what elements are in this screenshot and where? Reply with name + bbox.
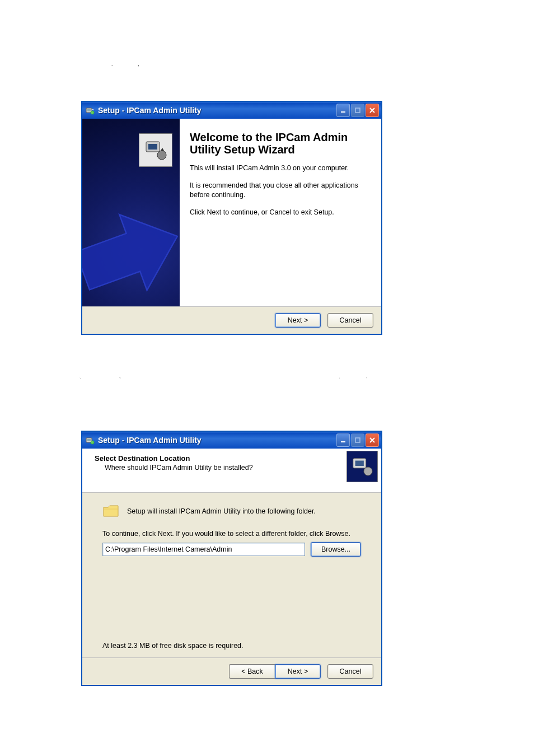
wizard-welcome-pane: Welcome to the IPCam Admin Utility Setup… (180, 119, 381, 306)
browse-button[interactable]: Browse... (311, 542, 361, 557)
destination-path-input[interactable] (102, 543, 305, 556)
step2-caption: 2. You can specify the destination folde… (78, 372, 448, 391)
window-title: Setup - IPCam Admin Utility (98, 106, 336, 115)
cancel-button[interactable]: Cancel (327, 664, 373, 679)
step2-number: 2. (78, 372, 86, 381)
step1-number: 1. (78, 58, 86, 68)
titlebar[interactable]: Setup - IPCam Admin Utility (82, 102, 381, 119)
next-button[interactable]: Next > (275, 664, 321, 679)
minimize-button[interactable] (336, 104, 350, 117)
wizard-header: Select Destination Location Where should… (82, 449, 381, 493)
step2-text: You can specify the destination folder o… (78, 372, 444, 391)
svg-rect-11 (355, 438, 360, 442)
continue-line-text: To continue, click Next. If you would li… (102, 530, 361, 538)
svg-rect-8 (87, 439, 91, 441)
wizard-content: Setup will install IPCam Admin Utility i… (82, 493, 381, 657)
titlebar[interactable]: Setup - IPCam Admin Utility (82, 432, 381, 449)
svg-point-9 (91, 441, 94, 444)
window-title: Setup - IPCam Admin Utility (98, 436, 336, 445)
folder-line-text: Setup will install IPCam Admin Utility i… (127, 507, 316, 515)
wizard-footer: < Back Next > Cancel (82, 657, 381, 685)
svg-point-14 (364, 467, 372, 475)
svg-rect-6 (148, 144, 157, 150)
close-button[interactable] (366, 104, 379, 117)
folder-icon (102, 504, 119, 519)
disk-space-required: At least 2.3 MB of free disk space is re… (102, 642, 243, 650)
svg-rect-4 (355, 108, 360, 113)
installer-icon (139, 133, 172, 167)
svg-rect-1 (87, 109, 91, 111)
minimize-button[interactable] (336, 433, 350, 447)
installer-title-icon (86, 106, 95, 115)
wizard-para-1: This will install IPCam Admin 3.0 on you… (190, 164, 369, 173)
wizard-footer: Next > Cancel (82, 306, 381, 334)
installer-title-icon (86, 436, 95, 445)
svg-point-2 (91, 111, 94, 114)
step1-caption: 1. Click 'Next' to start install adminis… (78, 58, 255, 68)
setup-wizard-destination-window: Setup - IPCam Admin Utility Select Desti… (82, 431, 382, 685)
svg-rect-13 (355, 461, 364, 466)
setup-wizard-welcome-window: Setup - IPCam Admin Utility (82, 101, 382, 334)
step1-text: Click 'Next' to start install administra… (88, 58, 255, 68)
close-button[interactable] (366, 433, 379, 447)
banner-arrow-graphic (82, 172, 180, 306)
svg-rect-10 (341, 441, 345, 442)
wizard-header-subtitle: Where should IPCam Admin Utility be inst… (105, 464, 373, 472)
wizard-side-banner (82, 119, 180, 306)
maximize-button (351, 104, 364, 117)
installer-icon (346, 451, 378, 482)
wizard-heading: Welcome to the IPCam Admin Utility Setup… (190, 131, 369, 156)
maximize-button (351, 433, 364, 447)
next-button[interactable]: Next > (275, 313, 321, 328)
wizard-para-3: Click Next to continue, or Cancel to exi… (190, 208, 369, 217)
wizard-header-title: Select Destination Location (95, 454, 373, 463)
back-button[interactable]: < Back (229, 664, 275, 679)
wizard-para-2: It is recommended that you close all oth… (190, 181, 369, 200)
svg-rect-3 (341, 111, 345, 113)
cancel-button[interactable]: Cancel (327, 313, 373, 328)
